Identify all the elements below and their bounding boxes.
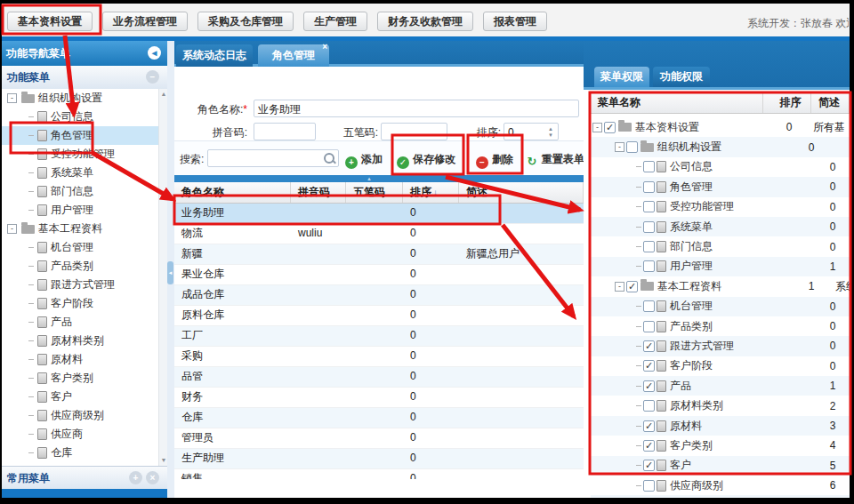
- sidebar-tree-item[interactable]: 原材料类别: [2, 332, 158, 350]
- sidebar-tree-item[interactable]: 产品: [2, 313, 158, 332]
- permission-row[interactable]: 角色管理0: [591, 177, 850, 196]
- sidebar-tree-item[interactable]: 供应商级别: [2, 406, 158, 425]
- checkbox-icon[interactable]: ✓: [643, 440, 655, 452]
- sidebar-tree-item[interactable]: 产品类别: [2, 257, 158, 276]
- column-header-简述[interactable]: 简述: [459, 182, 584, 203]
- search-icon[interactable]: [324, 153, 334, 164]
- role-name-input[interactable]: 业务助理: [254, 100, 579, 117]
- sidebar-tree-item[interactable]: 机台管理: [2, 238, 158, 257]
- checkbox-icon[interactable]: [643, 161, 655, 172]
- pinyin-input[interactable]: [254, 123, 316, 140]
- checkbox-icon[interactable]: ✓: [643, 460, 655, 471]
- checkbox-icon[interactable]: [643, 321, 655, 332]
- column-header-排序[interactable]: 排序: [763, 92, 811, 113]
- close-tab-icon[interactable]: ×: [322, 43, 327, 52]
- table-row[interactable]: 原料仓库0: [174, 306, 584, 326]
- permission-row[interactable]: ✓客户5客户管: [591, 456, 850, 476]
- stepper-arrows-icon[interactable]: ▲▼: [546, 126, 555, 139]
- toolbar-button-保存修改[interactable]: ✓保存修改: [397, 149, 455, 169]
- table-row[interactable]: 业务助理0: [174, 204, 584, 224]
- permission-row[interactable]: 产品类别0产品类: [591, 316, 850, 336]
- column-header-角色名称[interactable]: 角色名称: [174, 182, 291, 203]
- table-row[interactable]: 工厂0: [174, 326, 584, 347]
- tab-系统动态日志[interactable]: 系统动态日志: [176, 44, 253, 67]
- checkbox-icon[interactable]: ✓: [604, 122, 616, 133]
- sidebar-tree-item[interactable]: 系统菜单: [2, 164, 158, 182]
- menu-tab-5[interactable]: 报表管理: [483, 12, 547, 31]
- expand-icon[interactable]: -: [7, 224, 17, 234]
- column-header-拼音码[interactable]: 拼音码: [291, 182, 346, 203]
- sidebar-tree-item[interactable]: -组织机构设置: [2, 89, 158, 108]
- add-favorite-icon[interactable]: +: [129, 471, 142, 484]
- expand-icon[interactable]: -: [615, 142, 624, 152]
- sidebar-tree-item[interactable]: 用户管理: [2, 201, 158, 220]
- permission-row[interactable]: 供应商7: [591, 495, 850, 498]
- table-row[interactable]: 新疆0新疆总用户: [174, 244, 584, 265]
- checkbox-icon[interactable]: [626, 141, 638, 153]
- menu-tab-3[interactable]: 生产管理: [303, 12, 367, 31]
- table-row[interactable]: 财务0: [174, 388, 584, 408]
- sidebar-tree-item[interactable]: 客户: [2, 388, 158, 406]
- sidebar-tree-item[interactable]: 部门信息: [2, 182, 158, 201]
- permission-row[interactable]: ✓原材料3原材料: [591, 416, 850, 436]
- menu-tab-1[interactable]: 业务流程管理: [102, 12, 188, 31]
- sidebar-tree-item[interactable]: 客户阶段: [2, 294, 158, 313]
- checkbox-icon[interactable]: [643, 201, 655, 212]
- tab-功能权限[interactable]: 功能权限: [653, 67, 710, 87]
- checkbox-icon[interactable]: [643, 480, 655, 492]
- permission-row[interactable]: 原材料类别2原材料: [591, 396, 850, 415]
- checkbox-icon[interactable]: [643, 181, 655, 193]
- sidebar-tree-item[interactable]: -基本工程资料: [2, 220, 158, 238]
- table-row[interactable]: 生产助理0: [174, 449, 584, 469]
- permission-row[interactable]: ✓跟进方式管理0跟进方: [591, 336, 850, 356]
- sidebar-tree-item[interactable]: 仓库: [2, 444, 158, 462]
- sidebar-tree-item[interactable]: 客户类别: [2, 369, 158, 388]
- checkbox-icon[interactable]: ✓: [643, 360, 655, 372]
- sidebar-tree-item[interactable]: 角色管理: [2, 126, 158, 145]
- permission-row[interactable]: -✓基本工程资料1系统用: [591, 276, 850, 296]
- permission-row[interactable]: ✓客户阶段0客户阶: [591, 356, 850, 376]
- permission-row[interactable]: -组织机构设置0: [591, 137, 850, 156]
- checkbox-icon[interactable]: [643, 241, 655, 252]
- expand-icon[interactable]: -: [7, 93, 17, 103]
- permission-row[interactable]: 供应商级别6供应商: [591, 476, 850, 495]
- toolbar-button-重置表单[interactable]: ↻重置表单: [526, 149, 584, 169]
- tab-菜单权限[interactable]: 菜单权限: [594, 67, 649, 87]
- collapse-sidebar-icon[interactable]: ◄: [148, 46, 161, 60]
- permission-row[interactable]: 受控功能管理0: [591, 197, 850, 217]
- table-row[interactable]: 管理员0: [174, 428, 584, 449]
- sidebar-tree-item[interactable]: 供应商: [2, 425, 158, 444]
- column-header-简述[interactable]: 简述: [811, 92, 850, 113]
- collapse-section-icon[interactable]: −: [146, 70, 159, 84]
- permission-row[interactable]: -✓基本资料设置0所有基: [591, 117, 850, 137]
- table-row[interactable]: 果业仓库0: [174, 265, 584, 285]
- checkbox-icon[interactable]: ✓: [643, 420, 655, 432]
- tab-角色管理[interactable]: 角色管理×: [258, 44, 329, 67]
- clear-favorite-icon[interactable]: ×: [146, 471, 159, 484]
- checkbox-icon[interactable]: [643, 221, 655, 233]
- table-row[interactable]: 仓库0: [174, 408, 584, 428]
- permission-row[interactable]: 用户管理1用户及: [591, 257, 850, 276]
- permission-row[interactable]: ✓产品1产品管: [591, 376, 850, 396]
- table-row[interactable]: 物流wuliu0: [174, 224, 584, 244]
- sidebar-tree-item[interactable]: 原材料: [2, 350, 158, 369]
- sidebar-tree-item[interactable]: 公司信息: [2, 108, 158, 126]
- toolbar-button-删除[interactable]: −删除: [476, 149, 513, 169]
- expand-icon[interactable]: -: [592, 123, 602, 132]
- checkbox-icon[interactable]: [643, 400, 655, 412]
- expand-icon[interactable]: -: [615, 282, 624, 292]
- horizontal-splitter[interactable]: ▲: [167, 175, 584, 182]
- menu-tab-4[interactable]: 财务及收款管理: [377, 12, 473, 31]
- permission-row[interactable]: 机台管理0机台管: [591, 297, 850, 316]
- toolbar-button-添加[interactable]: +添加: [345, 149, 383, 169]
- search-input[interactable]: [207, 149, 339, 167]
- permission-row[interactable]: 公司信息0公司信: [591, 157, 850, 177]
- table-row[interactable]: 采购0: [174, 347, 584, 367]
- sort-stepper[interactable]: 0 ▲▼: [504, 123, 559, 140]
- column-header-菜单名称[interactable]: 菜单名称: [591, 92, 763, 113]
- table-row[interactable]: 销售0: [174, 469, 584, 479]
- sidebar-splitter[interactable]: ◄: [167, 41, 174, 498]
- checkbox-icon[interactable]: ✓: [643, 340, 655, 352]
- menu-tab-0[interactable]: 基本资料设置: [7, 12, 93, 31]
- checkbox-icon[interactable]: ✓: [643, 380, 655, 392]
